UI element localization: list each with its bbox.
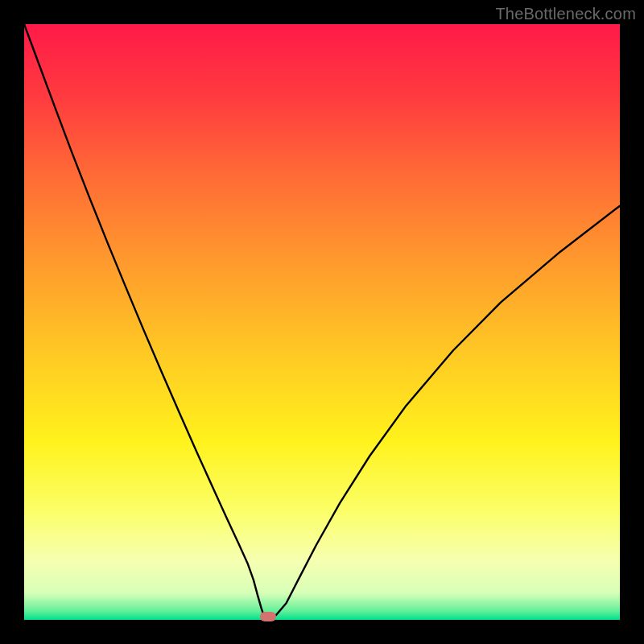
- optimal-marker: [260, 612, 276, 621]
- plot-area: [24, 24, 620, 620]
- bottleneck-curve: [24, 24, 620, 620]
- chart-frame: TheBottleneck.com: [0, 0, 644, 644]
- watermark-text: TheBottleneck.com: [495, 5, 636, 23]
